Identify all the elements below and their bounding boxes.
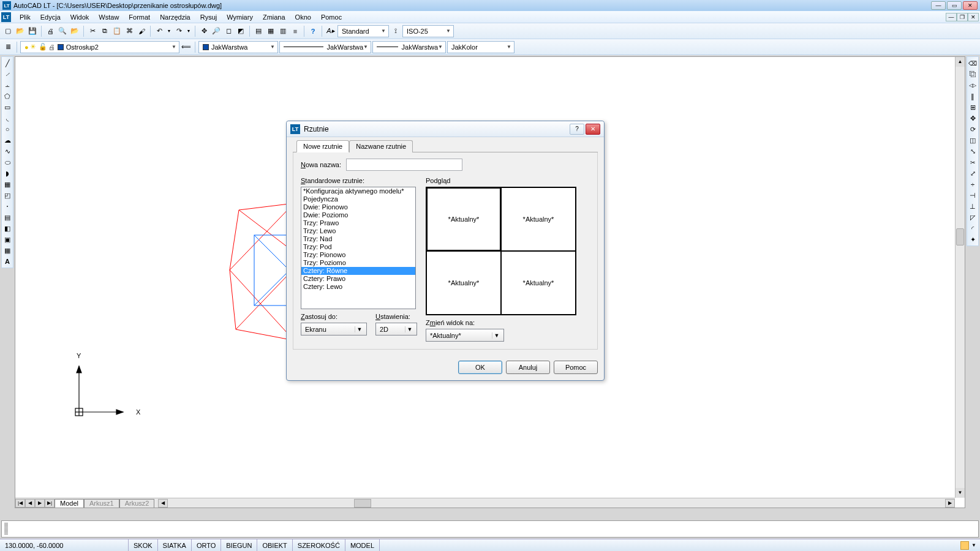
std-viewports-list[interactable]: *Konfiguracja aktywnego modelu*Pojedyncz… [301, 187, 416, 309]
offset-icon[interactable] [968, 91, 978, 101]
undo-dropdown-icon[interactable]: ▼ [166, 26, 172, 37]
publish-icon[interactable] [69, 26, 80, 37]
list-item[interactable]: Trzy: Nad [301, 235, 415, 243]
toggle-szerokosc[interactable]: SZEROKOŚĆ [293, 539, 345, 551]
arc-icon[interactable] [2, 113, 12, 123]
apply-to-combo[interactable]: Ekranu▼ [301, 323, 367, 335]
layer-prev-icon[interactable]: ⟸ [181, 42, 192, 53]
help-button[interactable]: Pomoc [554, 361, 598, 374]
vertical-scrollbar[interactable]: ▲ ▼ [955, 57, 965, 498]
copy-icon[interactable] [99, 26, 110, 37]
menu-wymiary[interactable]: Wymiary [222, 12, 258, 22]
dialog-close-icon[interactable]: ✕ [586, 124, 600, 135]
layer-combo[interactable]: ● ☀ 🔓 🖨 Ostrosłup2 ▼ [20, 41, 179, 53]
tab-last-icon[interactable]: ▶| [45, 499, 55, 508]
polyline-icon[interactable] [2, 80, 12, 90]
color-bylayer-combo[interactable]: JakWarstwa▼ [198, 41, 278, 53]
menu-widok[interactable]: Widok [66, 12, 94, 22]
command-line[interactable] [1, 520, 979, 538]
point-icon[interactable] [2, 201, 12, 211]
tab-first-icon[interactable]: |◀ [15, 499, 25, 508]
tab-named-viewports[interactable]: Nazwane rzutnie [349, 140, 413, 152]
break-icon[interactable]: ⊣ [968, 190, 978, 200]
cmdline-grip[interactable] [4, 523, 8, 535]
help-icon[interactable] [307, 26, 318, 37]
menu-okno[interactable]: Okno [290, 12, 316, 22]
save-icon[interactable] [27, 26, 38, 37]
polygon-icon[interactable] [2, 91, 12, 101]
menu-edycja[interactable]: Edycja [36, 12, 66, 22]
design-center-icon[interactable]: ▦ [265, 26, 276, 37]
list-item[interactable]: Trzy: Lewo [301, 227, 415, 235]
list-item[interactable]: Cztery: Równe [301, 267, 415, 275]
linetype-combo[interactable]: JakWarstwa▼ [279, 41, 371, 53]
chamfer-icon[interactable] [968, 212, 978, 222]
table-icon[interactable]: ▦ [2, 246, 12, 255]
toggle-obiekt[interactable]: OBIEKT [257, 539, 292, 551]
preview-grid[interactable]: *Aktualny* *Aktualny* *Aktualny* *Aktual… [426, 187, 576, 315]
revision-cloud-icon[interactable]: ☁ [2, 135, 12, 145]
new-name-input[interactable] [346, 159, 462, 171]
change-view-combo[interactable]: *Aktualny*▼ [426, 329, 504, 342]
list-item[interactable]: Cztery: Prawo [301, 275, 415, 283]
ellipse-arc-icon[interactable] [2, 168, 12, 178]
menu-zmiana[interactable]: Zmiana [258, 12, 290, 22]
tool-palettes-icon[interactable]: ▥ [277, 26, 288, 37]
toggle-model[interactable]: MODEL [345, 539, 380, 551]
menu-rysuj[interactable]: Rysuj [195, 12, 222, 22]
scale-icon[interactable] [968, 135, 978, 145]
pan-icon[interactable] [198, 26, 209, 37]
list-item[interactable]: Dwie: Pionowo [301, 203, 415, 211]
toggle-orto[interactable]: ORTO [192, 539, 221, 551]
tab-arkusz1[interactable]: Arkusz1 [84, 499, 119, 508]
scroll-down-icon[interactable]: ▼ [956, 488, 965, 498]
vscroll-thumb[interactable] [956, 228, 964, 246]
menu-format[interactable]: Format [124, 12, 155, 22]
cancel-button[interactable]: Anuluj [506, 361, 550, 374]
dialog-help-icon[interactable]: ? [570, 124, 584, 135]
plot-preview-icon[interactable] [57, 26, 68, 37]
extend-icon[interactable] [968, 168, 978, 178]
preview-cell-1[interactable]: *Aktualny* [426, 187, 501, 251]
close-button[interactable]: ✕ [963, 1, 978, 10]
menu-wstaw[interactable]: Wstaw [94, 12, 124, 22]
tray-menu-icon[interactable]: ▼ [971, 542, 976, 548]
toggle-skok[interactable]: SKOK [129, 539, 158, 551]
hscroll-thumb[interactable] [354, 499, 371, 508]
menu-plik[interactable]: Plik [15, 12, 36, 22]
menu-pomoc[interactable]: Pomoc [316, 12, 347, 22]
circle-icon[interactable] [2, 124, 12, 134]
make-block-icon[interactable]: ◰ [2, 190, 12, 200]
line-icon[interactable] [2, 58, 12, 68]
xline-icon[interactable] [2, 69, 12, 79]
preview-cell-3[interactable]: *Aktualny* [426, 251, 501, 315]
dim-style-combo[interactable]: ISO-25▼ [402, 25, 454, 37]
array-icon[interactable] [968, 102, 978, 112]
undo-icon[interactable] [154, 26, 165, 37]
layer-manager-icon[interactable] [2, 42, 13, 53]
stretch-icon[interactable] [968, 146, 978, 156]
tray-icon[interactable] [960, 541, 969, 550]
hatch-icon[interactable] [2, 212, 12, 222]
brush-icon[interactable] [136, 26, 147, 37]
trim-icon[interactable] [968, 157, 978, 167]
scroll-up-icon[interactable]: ▲ [956, 57, 965, 67]
redo-icon[interactable] [173, 26, 184, 37]
match-props-icon[interactable] [124, 26, 135, 37]
redo-dropdown-icon[interactable]: ▼ [186, 26, 192, 37]
plot-icon[interactable] [45, 26, 56, 37]
text-style-icon[interactable]: A▸ [325, 26, 336, 37]
break-at-icon[interactable] [968, 179, 978, 189]
toggle-siatka[interactable]: SIATKA [158, 539, 192, 551]
setup-combo[interactable]: 2D▼ [375, 323, 417, 335]
list-item[interactable]: Trzy: Prawo [301, 219, 415, 227]
list-item[interactable]: Cztery: Lewo [301, 283, 415, 291]
insert-block-icon[interactable] [2, 179, 12, 189]
toggle-biegun[interactable]: BIEGUN [221, 539, 257, 551]
markup-icon[interactable]: ≡ [290, 26, 301, 37]
tab-model[interactable]: Model [55, 499, 84, 508]
erase-icon[interactable] [968, 58, 978, 68]
rectangle-icon[interactable] [2, 102, 12, 112]
ok-button[interactable]: OK [458, 361, 502, 374]
ellipse-icon[interactable] [2, 157, 12, 167]
